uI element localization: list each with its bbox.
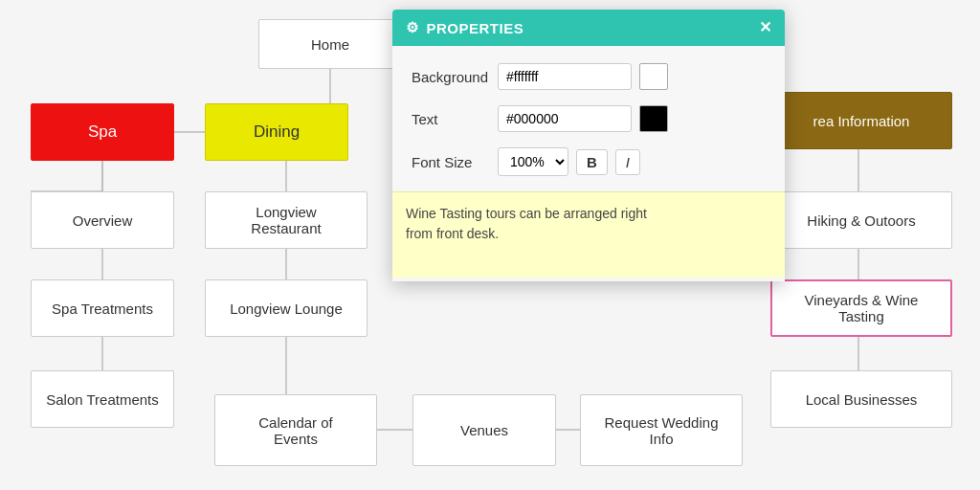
background-input[interactable]	[498, 63, 632, 90]
italic-button[interactable]: I	[615, 149, 640, 175]
background-input-group	[498, 63, 668, 90]
node-salon-treatments[interactable]: Salon Treatments	[31, 370, 174, 428]
background-label: Background	[412, 69, 498, 85]
node-hiking[interactable]: Hiking & Outoors	[770, 191, 952, 249]
node-spa[interactable]: Spa	[31, 103, 174, 161]
panel-header: ⚙ PROPERTIES ✕	[392, 10, 785, 46]
font-size-input-group: 100% B I	[498, 147, 640, 176]
font-size-row: Font Size 100% B I	[412, 147, 766, 176]
node-vineyards[interactable]: Vineyards & Wine Tasting	[770, 279, 952, 337]
text-row: Text	[412, 105, 766, 132]
node-spa-treatments[interactable]: Spa Treatments	[31, 279, 174, 337]
node-local-businesses[interactable]: Local Businesses	[770, 370, 952, 428]
panel-close-button[interactable]: ✕	[759, 20, 771, 35]
text-color-swatch[interactable]	[639, 105, 668, 132]
panel-body: Background Text Font Size 100%	[392, 46, 785, 281]
gear-icon: ⚙	[406, 19, 419, 36]
node-overview[interactable]: Overview	[31, 191, 174, 249]
font-size-select[interactable]: 100%	[498, 147, 568, 176]
background-color-swatch[interactable]	[639, 63, 668, 90]
bold-button[interactable]: B	[576, 149, 608, 175]
text-label: Text	[412, 111, 498, 127]
panel-header-left: ⚙ PROPERTIES	[406, 19, 523, 36]
node-dining[interactable]: Dining	[205, 103, 348, 161]
node-longview-restaurant[interactable]: Longview Restaurant	[205, 191, 368, 249]
note-textarea[interactable]	[392, 191, 785, 278]
node-wedding-info[interactable]: Request Wedding Info	[580, 394, 743, 466]
node-area-info[interactable]: rea Information	[770, 92, 952, 149]
font-size-label: Font Size	[412, 154, 498, 170]
panel-title: PROPERTIES	[427, 20, 524, 36]
properties-panel: ⚙ PROPERTIES ✕ Background Text	[392, 10, 785, 281]
node-longview-lounge[interactable]: Longview Lounge	[205, 279, 368, 337]
node-home[interactable]: Home	[258, 19, 402, 69]
background-row: Background	[412, 63, 766, 90]
text-input-group	[498, 105, 668, 132]
node-venues[interactable]: Venues	[412, 394, 556, 466]
canvas: Home Spa Dining rea Information Overview…	[0, 0, 980, 490]
text-input[interactable]	[498, 105, 632, 132]
node-calendar[interactable]: Calendar of Events	[214, 394, 377, 466]
textarea-row	[392, 191, 785, 281]
